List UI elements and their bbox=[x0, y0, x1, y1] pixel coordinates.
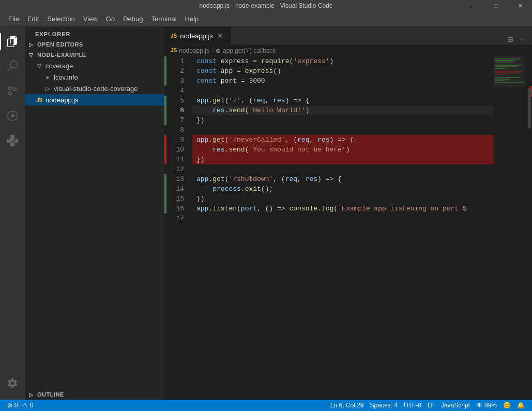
coverage-percent-label: 89% bbox=[484, 402, 497, 409]
title-bar: nodeapp.js - node-example - Visual Studi… bbox=[0, 0, 532, 11]
lcov-file[interactable]: ≡ lcov.info bbox=[25, 71, 164, 83]
vscode-coverage-label: visual-studio-code-coverage bbox=[54, 85, 138, 93]
node-example-header[interactable]: ▽ NODE-EXAMPLE bbox=[25, 50, 164, 60]
right-scrollbar[interactable] bbox=[525, 56, 532, 400]
menu-go[interactable]: Go bbox=[102, 13, 119, 25]
minimap bbox=[494, 56, 525, 400]
window-controls: ─ □ ✕ bbox=[461, 0, 532, 11]
extensions-activity-icon[interactable] bbox=[0, 128, 25, 153]
error-count[interactable]: ⊗ 0 ⚠ 0 bbox=[4, 400, 36, 411]
split-editor-icon[interactable]: ⊞ bbox=[505, 34, 515, 44]
menu-selection[interactable]: Selection bbox=[43, 13, 79, 25]
bell-icon: 🔔 bbox=[517, 402, 525, 409]
coverage-percent[interactable]: 👁 89% bbox=[473, 400, 500, 411]
nodeapp-file[interactable]: JS nodeapp.js bbox=[25, 94, 164, 105]
editor-content[interactable]: 1 2 3 4 5 6 7 8 9 10 11 12 13 14 15 16 1… bbox=[164, 56, 532, 400]
code-line-17 bbox=[192, 214, 494, 223]
sidebar-title: EXPLORER bbox=[25, 27, 164, 39]
cursor-position[interactable]: Ln 6, Col 29 bbox=[327, 400, 367, 411]
more-actions-icon[interactable]: ··· bbox=[518, 34, 528, 44]
node-example-chevron: ▽ bbox=[29, 52, 37, 58]
code-line-5: app.get('/', (req, res) => { bbox=[192, 96, 494, 105]
tab-close-button[interactable]: ✕ bbox=[216, 32, 224, 40]
node-example-label: NODE-EXAMPLE bbox=[37, 52, 86, 58]
menu-view[interactable]: View bbox=[79, 13, 102, 25]
folder-open-icon: ▽ bbox=[35, 62, 43, 70]
folder-closed-icon: ▷ bbox=[43, 84, 52, 93]
error-icon: ⊗ bbox=[7, 402, 12, 409]
open-editors-chevron: ▷ bbox=[29, 42, 37, 48]
minimap-slider bbox=[494, 56, 525, 87]
language-mode[interactable]: JavaScript bbox=[438, 400, 473, 411]
code-line-1: const express = require('express') bbox=[192, 56, 494, 66]
line-num-6: 6 bbox=[166, 105, 188, 115]
code-line-14: process.exit(); bbox=[192, 184, 494, 194]
breadcrumb-function[interactable]: app.get('/') callback bbox=[223, 47, 276, 54]
sidebar: EXPLORER ▷ OPEN EDITORS ▽ NODE-EXAMPLE ▽… bbox=[25, 27, 164, 400]
code-line-6: res.send('Hello World!') bbox=[192, 105, 494, 115]
open-editors-header[interactable]: ▷ OPEN EDITORS bbox=[25, 39, 164, 50]
code-content[interactable]: const express = require('express') const… bbox=[192, 56, 494, 400]
close-button[interactable]: ✕ bbox=[508, 0, 532, 11]
breadcrumb: JS nodeapp.js › ⊕ app.get('/') callback bbox=[164, 45, 532, 56]
indentation-label: Spaces: 4 bbox=[370, 402, 398, 409]
line-num-15: 15 bbox=[166, 194, 188, 204]
nodeapp-tab[interactable]: JS nodeapp.js ✕ bbox=[164, 27, 231, 44]
feedback[interactable]: 😊 bbox=[500, 400, 514, 411]
breadcrumb-file[interactable]: nodeapp.js bbox=[179, 47, 209, 54]
line-num-1: 1 bbox=[166, 56, 188, 66]
line-ending[interactable]: LF bbox=[424, 400, 438, 411]
code-line-4 bbox=[192, 86, 494, 96]
tab-actions: ⊞ ··· bbox=[501, 34, 532, 44]
line-numbers: 1 2 3 4 5 6 7 8 9 10 11 12 13 14 15 16 1… bbox=[166, 56, 192, 400]
line-num-9: 9 bbox=[166, 135, 188, 145]
eye-icon: 👁 bbox=[476, 402, 482, 409]
minimize-button[interactable]: ─ bbox=[461, 0, 484, 11]
scrollbar-thumb[interactable] bbox=[528, 87, 531, 129]
line-num-11: 11 bbox=[166, 155, 188, 164]
nodeapp-label: nodeapp.js bbox=[45, 96, 79, 104]
vscode-coverage-folder[interactable]: ▷ visual-studio-code-coverage bbox=[25, 83, 164, 94]
code-line-12 bbox=[192, 164, 494, 174]
settings-activity-icon[interactable] bbox=[0, 371, 25, 395]
code-line-10: res.send('You should not be here') bbox=[192, 145, 494, 155]
line-num-12: 12 bbox=[166, 164, 188, 174]
menu-debug[interactable]: Debug bbox=[119, 13, 147, 25]
debug-activity-icon[interactable] bbox=[0, 103, 25, 128]
line-num-16: 16 bbox=[166, 204, 188, 214]
code-line-15: }) bbox=[192, 194, 494, 204]
indentation[interactable]: Spaces: 4 bbox=[367, 400, 401, 411]
explorer-activity-icon[interactable] bbox=[0, 29, 25, 54]
line-num-14: 14 bbox=[166, 184, 188, 194]
notifications[interactable]: 🔔 bbox=[514, 400, 528, 411]
encoding-label: UTF-8 bbox=[404, 402, 421, 409]
activity-bar-bottom bbox=[0, 371, 25, 400]
code-line-8 bbox=[192, 125, 494, 135]
breadcrumb-sep1: › bbox=[211, 47, 214, 54]
menu-terminal[interactable]: Terminal bbox=[147, 13, 180, 25]
lcov-label: lcov.info bbox=[54, 73, 78, 81]
breadcrumb-file-icon: JS bbox=[171, 48, 177, 53]
source-control-activity-icon[interactable] bbox=[0, 79, 25, 103]
language-label: JavaScript bbox=[441, 402, 470, 409]
editor-area: JS nodeapp.js ✕ ⊞ ··· JS nodeapp.js › ⊕ … bbox=[164, 27, 532, 400]
coverage-label: coverage bbox=[45, 62, 73, 70]
line-num-10: 10 bbox=[166, 145, 188, 155]
menu-edit[interactable]: Edit bbox=[23, 13, 43, 25]
coverage-folder[interactable]: ▽ coverage bbox=[25, 60, 164, 71]
menu-help[interactable]: Help bbox=[181, 13, 203, 25]
code-line-11: }) bbox=[192, 155, 494, 164]
status-bar: ⊗ 0 ⚠ 0 Ln 6, Col 29 Spaces: 4 UTF-8 LF … bbox=[0, 400, 532, 411]
outline-header[interactable]: ▷ OUTLINE bbox=[25, 389, 164, 400]
tab-label: nodeapp.js bbox=[180, 32, 213, 40]
open-editors-label: OPEN EDITORS bbox=[37, 41, 83, 48]
maximize-button[interactable]: □ bbox=[484, 0, 508, 11]
line-num-8: 8 bbox=[166, 125, 188, 135]
encoding[interactable]: UTF-8 bbox=[401, 400, 424, 411]
line-num-4: 4 bbox=[166, 86, 188, 96]
line-num-17: 17 bbox=[166, 214, 188, 223]
search-activity-icon[interactable] bbox=[0, 54, 25, 79]
line-num-7: 7 bbox=[166, 115, 188, 125]
menu-file[interactable]: File bbox=[4, 13, 23, 25]
code-line-7: }) bbox=[192, 115, 494, 125]
